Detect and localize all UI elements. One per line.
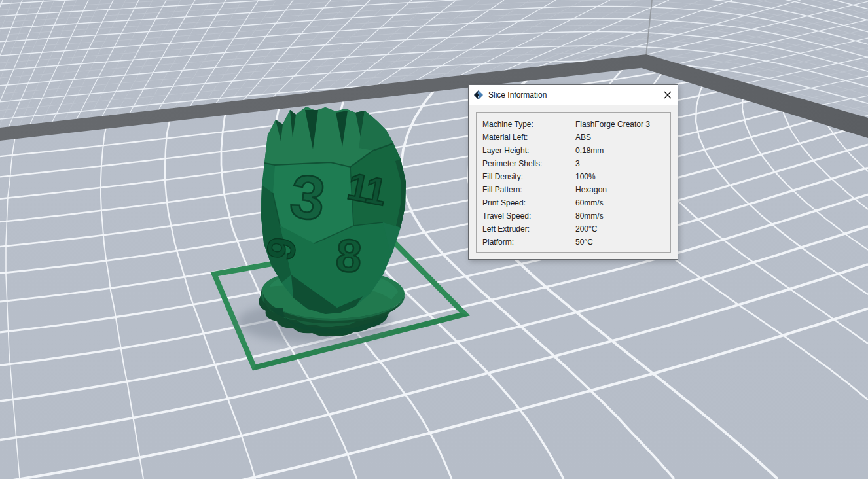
svg-text:8: 8	[335, 230, 363, 283]
